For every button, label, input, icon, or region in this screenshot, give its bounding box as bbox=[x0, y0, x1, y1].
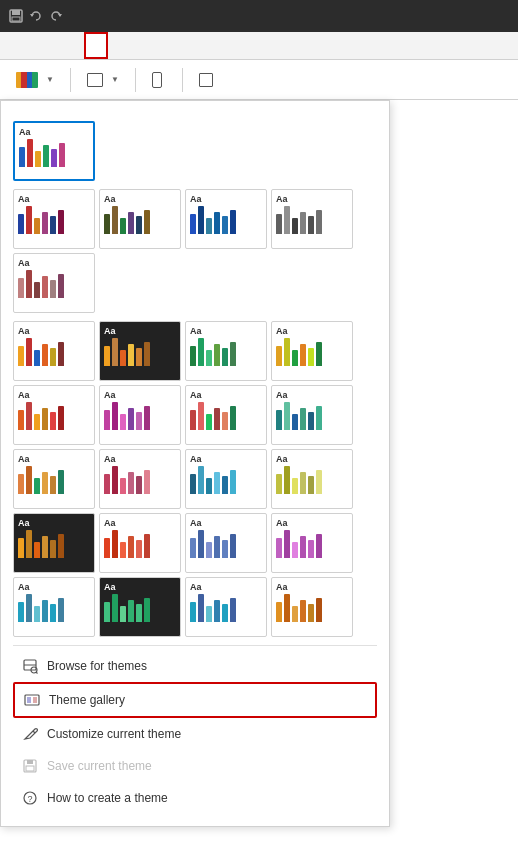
mobile-button[interactable] bbox=[144, 68, 174, 92]
bottom-item-customize[interactable]: Customize current theme bbox=[13, 718, 377, 750]
theme-card-pbi10[interactable]: Aa bbox=[99, 449, 181, 509]
bar bbox=[292, 350, 298, 366]
bar bbox=[26, 530, 32, 558]
bar bbox=[136, 348, 142, 366]
bar bbox=[120, 218, 126, 234]
bar bbox=[128, 212, 134, 234]
theme-bars bbox=[104, 466, 176, 494]
theme-aa-label: Aa bbox=[19, 127, 89, 137]
bar bbox=[27, 139, 33, 167]
menu-modeling[interactable] bbox=[64, 32, 84, 59]
bottom-item-howto[interactable]: ?How to create a theme bbox=[13, 782, 377, 814]
bar bbox=[35, 151, 41, 167]
menu-file[interactable] bbox=[4, 32, 24, 59]
theme-card-pbi12[interactable]: Aa bbox=[271, 449, 353, 509]
bar bbox=[18, 602, 24, 622]
bar bbox=[18, 214, 24, 234]
theme-aa-label: Aa bbox=[276, 194, 348, 204]
pageview-button[interactable]: ▼ bbox=[79, 69, 127, 91]
theme-bars bbox=[18, 466, 90, 494]
theme-card-pbi4[interactable]: Aa bbox=[271, 321, 353, 381]
svg-rect-1 bbox=[12, 10, 20, 15]
menu-view[interactable] bbox=[84, 32, 108, 59]
theme-card-pbi13[interactable]: Aa bbox=[13, 513, 95, 573]
ribbon-divider-1 bbox=[70, 68, 71, 92]
theme-card-pbi7[interactable]: Aa bbox=[185, 385, 267, 445]
theme-card-acc4[interactable]: Aa bbox=[271, 189, 353, 249]
theme-card-pbi11[interactable]: Aa bbox=[185, 449, 267, 509]
theme-bars bbox=[104, 338, 176, 366]
theme-card-pbi1[interactable]: Aa bbox=[13, 321, 95, 381]
theme-card-pbi19[interactable]: Aa bbox=[185, 577, 267, 637]
bar bbox=[136, 216, 142, 234]
bar bbox=[214, 212, 220, 234]
bottom-item-browse[interactable]: Browse for themes bbox=[13, 650, 377, 682]
menu-home[interactable] bbox=[24, 32, 44, 59]
bar bbox=[34, 282, 40, 298]
bar bbox=[34, 218, 40, 234]
theme-aa-label: Aa bbox=[104, 582, 176, 592]
bottom-item-save: Save current theme bbox=[13, 750, 377, 782]
theme-card-pbi5[interactable]: Aa bbox=[13, 385, 95, 445]
theme-card-pbi3[interactable]: Aa bbox=[185, 321, 267, 381]
bar bbox=[42, 276, 48, 298]
bar bbox=[190, 410, 196, 430]
theme-aa-label: Aa bbox=[18, 582, 90, 592]
undo-icon[interactable] bbox=[28, 8, 44, 24]
theme-card-tr1[interactable]: Aa bbox=[13, 121, 95, 181]
theme-card-acc2[interactable]: Aa bbox=[99, 189, 181, 249]
bar bbox=[104, 346, 110, 366]
theme-bars bbox=[19, 139, 89, 167]
bar bbox=[26, 270, 32, 298]
gridlines-button[interactable] bbox=[191, 69, 225, 91]
theme-card-pbi8[interactable]: Aa bbox=[271, 385, 353, 445]
theme-bars bbox=[190, 530, 262, 558]
theme-card-acc1[interactable]: Aa bbox=[13, 189, 95, 249]
bar bbox=[58, 342, 64, 366]
bar bbox=[112, 466, 118, 494]
bar bbox=[214, 472, 220, 494]
gridlines-checkbox[interactable] bbox=[199, 73, 213, 87]
bar bbox=[144, 534, 150, 558]
bar bbox=[292, 606, 298, 622]
bar bbox=[206, 218, 212, 234]
theme-aa-label: Aa bbox=[190, 582, 262, 592]
theme-aa-label: Aa bbox=[18, 518, 90, 528]
window-controls[interactable] bbox=[8, 8, 64, 24]
theme-card-pbi17[interactable]: Aa bbox=[13, 577, 95, 637]
theme-card-acc3[interactable]: Aa bbox=[185, 189, 267, 249]
bar bbox=[18, 474, 24, 494]
bar bbox=[284, 402, 290, 430]
theme-card-pbi14[interactable]: Aa bbox=[99, 513, 181, 573]
menu-help[interactable] bbox=[108, 32, 128, 59]
theme-card-pbi9[interactable]: Aa bbox=[13, 449, 95, 509]
menu-external-tools[interactable] bbox=[128, 32, 148, 59]
accessible-grid: AaAaAaAaAa bbox=[13, 189, 377, 313]
bar bbox=[276, 602, 282, 622]
bar bbox=[58, 598, 64, 622]
bar bbox=[300, 212, 306, 234]
themes-button[interactable]: ▼ bbox=[8, 68, 62, 92]
theme-card-pbi16[interactable]: Aa bbox=[271, 513, 353, 573]
theme-bars bbox=[104, 206, 176, 234]
theme-aa-label: Aa bbox=[276, 582, 348, 592]
theme-card-pbi15[interactable]: Aa bbox=[185, 513, 267, 573]
bar bbox=[136, 412, 142, 430]
bar bbox=[316, 598, 322, 622]
bottom-item-gallery[interactable]: Theme gallery bbox=[13, 682, 377, 718]
theme-bars bbox=[190, 338, 262, 366]
menu-insert[interactable] bbox=[44, 32, 64, 59]
theme-card-pbi18[interactable]: Aa bbox=[99, 577, 181, 637]
redo-icon[interactable] bbox=[48, 8, 64, 24]
theme-card-acc5[interactable]: Aa bbox=[13, 253, 95, 313]
save-icon-tb[interactable] bbox=[8, 8, 24, 24]
theme-card-pbi6[interactable]: Aa bbox=[99, 385, 181, 445]
theme-card-pbi20[interactable]: Aa bbox=[271, 577, 353, 637]
theme-bars bbox=[18, 530, 90, 558]
theme-card-pbi2[interactable]: Aa bbox=[99, 321, 181, 381]
bar bbox=[190, 602, 196, 622]
bar bbox=[292, 478, 298, 494]
bar bbox=[308, 216, 314, 234]
bar bbox=[104, 474, 110, 494]
theme-bars bbox=[104, 402, 176, 430]
